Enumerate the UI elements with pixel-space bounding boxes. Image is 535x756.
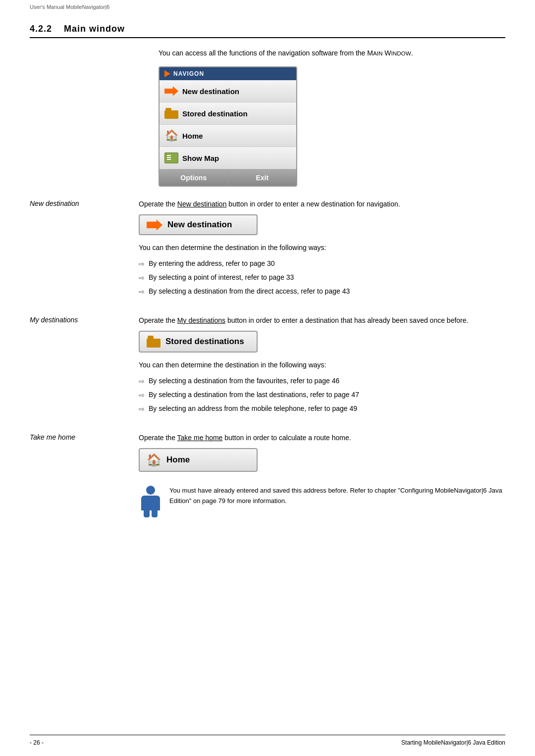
folder-icon	[164, 108, 178, 119]
note-box: You must have already entered and saved …	[139, 486, 505, 515]
intro-paragraph: You can access all the functions of the …	[159, 48, 505, 58]
bullet-arrow-icon: ⇨	[139, 390, 145, 401]
take-home-section-label: Take me home	[30, 432, 139, 441]
bullet-text: By selecting a destination from the favo…	[149, 376, 339, 386]
new-dest-icon	[164, 84, 178, 98]
stored-dest-preview-label: Stored destinations	[165, 337, 244, 347]
my-dest-sub-intro: You can then determine the destination i…	[139, 359, 505, 370]
new-destination-section: New destination Operate the New destinat…	[30, 199, 505, 300]
my-dest-italic-label: My destinations	[30, 316, 78, 324]
home-icon: 🏠	[164, 129, 178, 143]
new-dest-section-content: Operate the New destination button in or…	[139, 199, 505, 300]
section-number: 4.2.2	[30, 24, 52, 34]
bullet-arrow-icon: ⇨	[139, 273, 145, 283]
section-heading: Main window	[64, 24, 125, 34]
stored-dest-preview-btn[interactable]: Stored destinations	[139, 331, 258, 353]
my-destinations-section: My destinations Operate the My destinati…	[30, 315, 505, 417]
new-dest-preview-label: New destination	[167, 220, 232, 230]
stored-dest-icon	[164, 106, 178, 120]
main-content: 4.2.2 Main window You can access all the…	[0, 14, 535, 560]
bullet-arrow-icon: ⇨	[139, 376, 145, 387]
widget-home-btn[interactable]: 🏠 Home	[160, 125, 296, 147]
widget-showmap-btn[interactable]: Show Map	[160, 147, 296, 169]
intro-text: You can access all the functions of the …	[159, 49, 413, 57]
options-btn[interactable]: Options	[160, 170, 228, 186]
take-home-intro-text: Operate the Take me home button in order…	[139, 432, 505, 443]
take-home-section-content: Operate the Take me home button in order…	[139, 432, 505, 515]
new-dest-section-label: New destination	[30, 199, 139, 207]
bullet-text: By selecting a destination from the last…	[149, 390, 359, 400]
list-item: ⇨ By entering the address, refer to page…	[139, 258, 505, 269]
list-item: ⇨ By selecting a point of interest, refe…	[139, 272, 505, 283]
new-dest-italic-label: New destination	[30, 200, 79, 207]
take-home-italic-label: Take me home	[30, 433, 75, 441]
take-me-home-section: Take me home Operate the Take me home bu…	[30, 432, 505, 515]
home-preview-btn[interactable]: 🏠 Home	[139, 448, 258, 472]
my-dest-section-label: My destinations	[30, 315, 139, 324]
navigon-header-label: NAVIGON	[173, 70, 204, 77]
navigon-widget: NAVIGON New destination Stored destinati…	[159, 66, 297, 187]
new-dest-sub-intro: You can then determine the destination i…	[139, 242, 505, 253]
my-dest-section-content: Operate the My destinations button in or…	[139, 315, 505, 417]
exit-btn[interactable]: Exit	[228, 170, 297, 186]
section-title: 4.2.2 Main window	[30, 24, 505, 38]
map-icon	[164, 151, 178, 165]
my-dest-intro-text: Operate the My destinations button in or…	[139, 315, 505, 326]
new-dest-label: New destination	[182, 87, 239, 96]
house-icon: 🏠	[165, 129, 178, 142]
new-dest-preview-btn[interactable]: New destination	[139, 214, 258, 235]
list-item: ⇨ By selecting an address from the mobil…	[139, 403, 505, 414]
top-bar: User's Manual MobileNavigator|6	[0, 0, 535, 14]
navigon-header: NAVIGON	[160, 67, 296, 80]
manual-title: User's Manual MobileNavigator|6	[30, 4, 109, 10]
arrow-icon	[164, 86, 178, 96]
list-item: ⇨ By selecting a destination from the la…	[139, 390, 505, 401]
map-tile-icon	[164, 152, 178, 163]
bullet-text: By selecting an address from the mobile …	[149, 403, 357, 414]
preview-arrow-icon	[147, 219, 162, 230]
showmap-label: Show Map	[182, 154, 219, 162]
stored-folder-icon	[147, 336, 160, 348]
person-icon	[139, 486, 162, 515]
bullet-arrow-icon: ⇨	[139, 404, 145, 414]
new-dest-intro-text: Operate the New destination button in or…	[139, 199, 505, 209]
widget-bottom-bar: Options Exit	[160, 169, 296, 186]
footer-page-number: - 26 -	[30, 739, 44, 746]
home-preview-icon: 🏠	[147, 453, 161, 467]
bullet-arrow-icon: ⇨	[139, 259, 145, 269]
list-item: ⇨ By selecting a destination from the di…	[139, 286, 505, 297]
home-label: Home	[182, 132, 203, 140]
widget-new-destination-btn[interactable]: New destination	[160, 80, 296, 102]
new-dest-bullet-list: ⇨ By entering the address, refer to page…	[139, 258, 505, 297]
bullet-text: By selecting a destination from the dire…	[149, 286, 350, 297]
footer: - 26 - Starting MobileNavigator|6 Java E…	[30, 735, 505, 746]
bullet-text: By selecting a point of interest, refer …	[149, 272, 294, 283]
stored-dest-label: Stored destination	[182, 109, 248, 118]
bullet-text: By entering the address, refer to page 3…	[149, 258, 275, 269]
note-text: You must have already entered and saved …	[169, 486, 505, 506]
bullet-arrow-icon: ⇨	[139, 287, 145, 297]
my-dest-bullet-list: ⇨ By selecting a destination from the fa…	[139, 376, 505, 414]
list-item: ⇨ By selecting a destination from the fa…	[139, 376, 505, 387]
widget-stored-destination-btn[interactable]: Stored destination	[160, 102, 296, 125]
footer-title: Starting MobileNavigator|6 Java Edition	[401, 739, 505, 746]
navigon-logo-arrow	[164, 70, 170, 77]
home-preview-label: Home	[166, 455, 190, 465]
